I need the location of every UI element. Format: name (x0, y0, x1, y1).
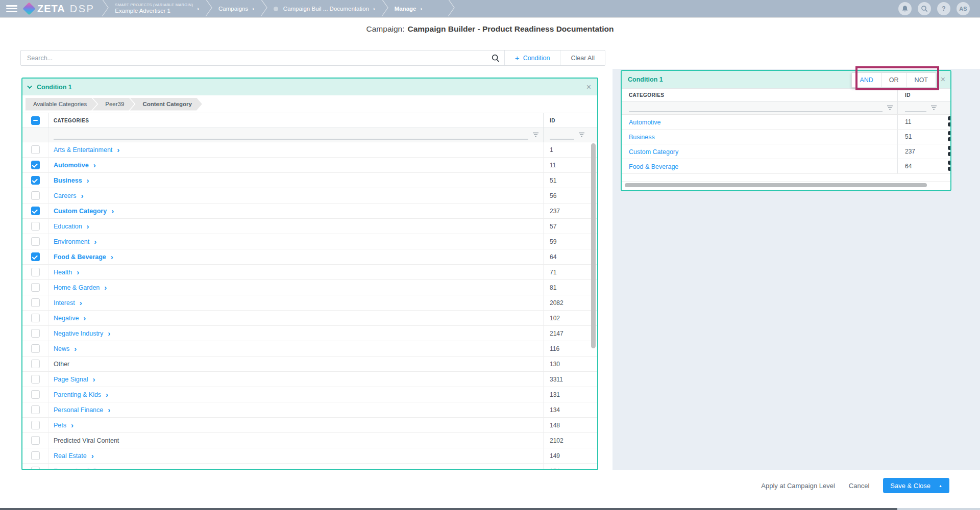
row-checkbox[interactable] (31, 207, 40, 215)
chevron-right-icon[interactable]: › (74, 345, 77, 352)
breadcrumb-advertiser[interactable]: SMART PROJECTS (VARIABLE MARGIN) Example… (109, 3, 205, 14)
chevron-right-icon[interactable]: › (71, 421, 74, 429)
chevron-right-icon[interactable]: › (91, 452, 94, 460)
breadcrumb-campaign[interactable]: Campaign Buil ... Documentation › (267, 6, 381, 12)
help-icon[interactable]: ? (937, 2, 950, 15)
category-link[interactable]: Predicted Viral Content (54, 437, 119, 444)
chevron-right-icon[interactable]: › (111, 207, 114, 215)
row-checkbox[interactable] (31, 161, 40, 169)
filter-icon[interactable] (532, 131, 539, 140)
operator-button[interactable]: AND (852, 73, 880, 87)
category-link[interactable]: Automotive (629, 119, 661, 126)
category-link[interactable]: Custom Category (54, 208, 107, 215)
row-checkbox[interactable] (31, 191, 40, 200)
save-close-button[interactable]: Save & Close ▲ (883, 478, 949, 493)
row-checkbox[interactable] (31, 467, 40, 470)
row-checkbox[interactable] (31, 298, 40, 307)
chevron-right-icon[interactable]: › (92, 375, 95, 383)
filter-icon[interactable] (930, 104, 937, 113)
category-link[interactable]: Health (54, 269, 72, 276)
chevron-right-icon[interactable]: › (87, 222, 89, 230)
add-condition-button[interactable]: + Condition (505, 50, 560, 65)
row-checkbox[interactable] (31, 375, 40, 384)
category-link[interactable]: Automotive (54, 162, 89, 169)
search-icon[interactable] (487, 54, 504, 62)
chevron-right-icon[interactable]: › (83, 314, 86, 322)
category-breadcrumb-tab[interactable]: Available Categories (26, 98, 97, 111)
category-link[interactable]: Page Signal (54, 376, 88, 383)
clear-all-button[interactable]: Clear All (560, 50, 605, 65)
category-link[interactable]: Personal Finance (54, 406, 103, 414)
category-link[interactable]: Parenting & Kids (54, 391, 101, 398)
category-link[interactable]: Real Estate (54, 452, 87, 460)
chevron-right-icon[interactable]: › (111, 253, 113, 261)
filter-icon[interactable] (887, 104, 893, 113)
category-link[interactable]: Environment (54, 238, 89, 245)
category-breadcrumb-tab[interactable]: Peer39 (92, 98, 134, 111)
chevron-right-icon[interactable]: › (93, 161, 96, 169)
avatar[interactable]: AS (957, 2, 970, 15)
row-checkbox[interactable] (31, 176, 40, 185)
notifications-bell-icon[interactable] (898, 2, 912, 15)
chevron-right-icon[interactable]: › (104, 284, 107, 291)
row-checkbox[interactable] (31, 360, 40, 368)
row-checkbox[interactable] (31, 252, 40, 261)
chevron-right-icon[interactable]: › (108, 329, 110, 337)
category-link[interactable]: Food & Beverage (54, 253, 106, 261)
row-checkbox[interactable] (31, 314, 40, 322)
row-checkbox[interactable] (31, 436, 40, 445)
category-link[interactable]: Arts & Entertainment (54, 146, 112, 154)
operator-button[interactable]: OR (881, 73, 906, 87)
categories-filter-input[interactable] (629, 111, 883, 112)
category-link[interactable]: Business (54, 177, 82, 184)
row-checkbox[interactable] (31, 237, 40, 246)
hamburger-menu-icon[interactable] (6, 5, 17, 12)
operator-button[interactable]: NOT (906, 73, 936, 87)
category-link[interactable]: Education (54, 223, 82, 230)
category-link[interactable]: Business (629, 134, 655, 141)
category-link[interactable]: Other (54, 361, 69, 368)
breadcrumb-manage[interactable]: Manage › (388, 6, 429, 12)
chevron-right-icon[interactable]: › (87, 176, 89, 184)
id-filter-input[interactable] (550, 139, 574, 140)
breadcrumb-campaigns[interactable]: Campaigns › (212, 6, 260, 12)
category-link[interactable]: Negative Industry (54, 330, 103, 337)
chevron-right-icon[interactable]: › (94, 238, 96, 245)
category-link[interactable]: Careers (54, 192, 76, 199)
row-checkbox[interactable] (31, 222, 40, 231)
category-link[interactable]: Recreation & Games (54, 468, 113, 471)
category-link[interactable]: Pets (54, 422, 66, 429)
search-icon[interactable] (918, 2, 931, 15)
categories-filter-input[interactable] (54, 139, 528, 140)
collapse-chevron-icon[interactable] (27, 84, 32, 89)
id-filter-input[interactable] (905, 111, 926, 112)
row-checkbox[interactable] (31, 268, 40, 276)
close-icon[interactable]: × (941, 75, 945, 84)
chevron-right-icon[interactable]: › (80, 299, 82, 307)
row-checkbox[interactable] (31, 451, 40, 460)
category-link[interactable]: Custom Category (629, 148, 678, 156)
category-link[interactable]: Negative (54, 315, 79, 322)
close-icon[interactable]: × (586, 83, 591, 91)
select-all-checkbox[interactable] (31, 116, 40, 125)
filter-icon[interactable] (578, 131, 585, 140)
row-checkbox[interactable] (31, 329, 40, 338)
category-link[interactable]: News (54, 345, 69, 352)
apply-campaign-level-link[interactable]: Apply at Campaign Level (761, 482, 835, 490)
cancel-button[interactable]: Cancel (849, 482, 869, 490)
row-checkbox[interactable] (31, 405, 40, 414)
chevron-right-icon[interactable]: › (106, 391, 108, 398)
chevron-right-icon[interactable]: › (117, 467, 120, 470)
chevron-right-icon[interactable]: › (117, 146, 119, 154)
chevron-right-icon[interactable]: › (77, 268, 79, 276)
vertical-scrollbar[interactable] (591, 143, 596, 348)
chevron-right-icon[interactable]: › (108, 406, 110, 414)
category-link[interactable]: Home & Garden (54, 284, 100, 291)
row-checkbox[interactable] (31, 421, 40, 429)
category-link[interactable]: Interest (54, 299, 75, 307)
row-checkbox[interactable] (31, 283, 40, 292)
chevron-right-icon[interactable]: › (81, 192, 83, 199)
search-input[interactable] (21, 55, 487, 62)
category-link[interactable]: Food & Beverage (629, 163, 678, 170)
horizontal-scrollbar[interactable] (625, 183, 927, 187)
